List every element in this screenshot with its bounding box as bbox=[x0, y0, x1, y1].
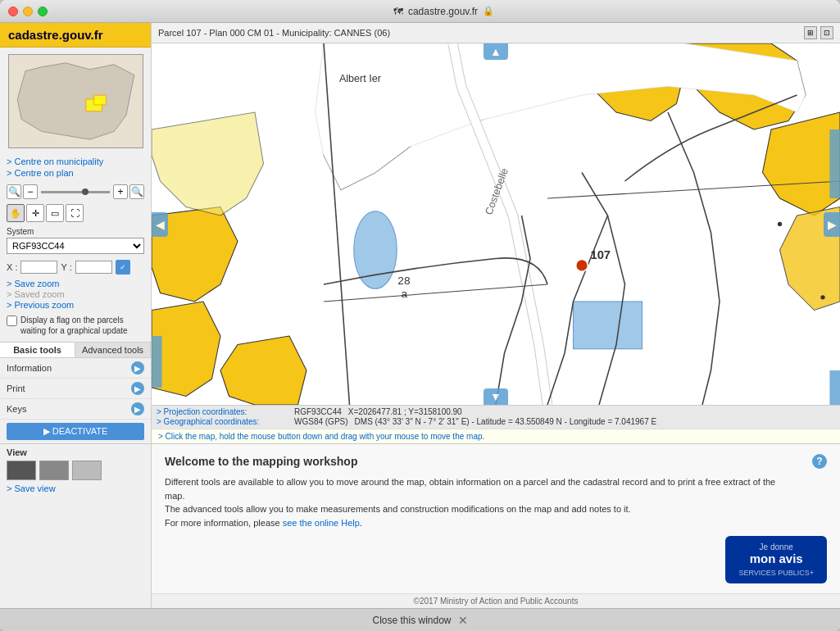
title-bar-center: 🗺 cadastre.gouv.fr 🔒 bbox=[56, 6, 832, 17]
mini-map[interactable] bbox=[8, 54, 143, 148]
view-label: View bbox=[7, 447, 144, 457]
zoom-in-button[interactable]: 🔍 bbox=[129, 184, 144, 199]
keys-tool-arrow: ▶ bbox=[131, 402, 144, 415]
maximize-traffic-light[interactable] bbox=[38, 7, 48, 16]
advanced-tools-tab[interactable]: Advanced tools bbox=[75, 343, 151, 357]
system-label: System bbox=[7, 227, 144, 236]
sidebar-links: > Centre on municipality > Centre on pla… bbox=[0, 155, 151, 181]
map-svg: Costebelle 107 bbox=[152, 43, 840, 405]
svg-text:Albert   Ier: Albert Ier bbox=[339, 73, 381, 84]
save-view-link[interactable]: > Save view bbox=[7, 483, 144, 493]
minimize-traffic-light[interactable] bbox=[23, 7, 33, 16]
y-input[interactable] bbox=[75, 261, 112, 274]
map-area: Parcel 107 - Plan 000 CM 01 - Municipali… bbox=[152, 23, 840, 443]
zoom-plus-button[interactable]: + bbox=[113, 184, 128, 199]
footer-bar: Close this window ✕ bbox=[0, 608, 840, 631]
close-window-label: Close this window bbox=[372, 615, 451, 626]
map-status-bar: > Projection coordinates: RGF93CC44 X=20… bbox=[152, 405, 840, 429]
close-window-button[interactable]: ✕ bbox=[458, 614, 468, 627]
bottom-footer: Je donne mon avis SERVICES PUBLICS+ bbox=[165, 536, 827, 583]
centre-plan-link[interactable]: > Centre on plan bbox=[7, 168, 144, 178]
map-nav-up[interactable]: ▲ bbox=[484, 43, 508, 60]
map-header-icons: ⊞ ⊡ bbox=[804, 26, 833, 39]
zoom-handle bbox=[82, 188, 89, 195]
welcome-line2: The advanced tools allow you to make mea… bbox=[165, 504, 631, 514]
save-zoom-link[interactable]: > Save zoom bbox=[7, 279, 144, 288]
saved-zoom-link: > Saved zoom bbox=[7, 289, 144, 299]
previous-zoom-link[interactable]: > Previous zoom bbox=[7, 300, 144, 310]
flag-checkbox[interactable] bbox=[7, 316, 17, 326]
window-title: cadastre.gouv.fr bbox=[408, 6, 478, 17]
tool-icons-row: ✋ ✛ ▭ ⛶ bbox=[0, 202, 151, 224]
help-link[interactable]: see the online Help bbox=[283, 518, 360, 528]
zoom-out-button[interactable]: 🔍 bbox=[7, 184, 21, 199]
view-section: View > Save view bbox=[0, 443, 151, 498]
bottom-panel: Welcome to the mapping workshop ? Differ… bbox=[152, 443, 840, 593]
coord-ok-button[interactable]: ✓ bbox=[116, 260, 130, 275]
print-tool-item[interactable]: Print ▶ bbox=[0, 379, 151, 399]
svg-rect-31 bbox=[152, 336, 162, 388]
x-label: X : bbox=[7, 262, 17, 272]
svg-text:28: 28 bbox=[397, 275, 410, 287]
information-tool-item[interactable]: Information ▶ bbox=[0, 358, 151, 379]
tools-tabs: Basic tools Advanced tools bbox=[0, 342, 151, 358]
crosshair-tool-button[interactable]: ✛ bbox=[26, 204, 44, 222]
fullscreen-button[interactable]: ⛶ bbox=[66, 204, 84, 222]
sidebar: cadastre.gouv.fr > Centre on municipalit… bbox=[0, 23, 152, 608]
map-header-title: Parcel 107 - Plan 000 CM 01 - Municipali… bbox=[158, 28, 390, 38]
map-icon-1[interactable]: ⊞ bbox=[804, 26, 817, 39]
favicon: 🗺 bbox=[393, 6, 403, 17]
zoom-controls: 🔍 − + 🔍 bbox=[0, 181, 151, 202]
checkbox-row: Display a flag on the parcels waiting fo… bbox=[0, 312, 151, 338]
zoom-links: > Save zoom > Saved zoom > Previous zoom bbox=[0, 277, 151, 312]
map-nav-left[interactable]: ◀ bbox=[152, 212, 168, 237]
feedback-logo: SERVICES PUBLICS+ bbox=[738, 569, 814, 577]
deactivate-button[interactable]: ▶ DEACTIVATE bbox=[7, 423, 144, 440]
keys-tool-label: Keys bbox=[7, 404, 26, 414]
print-tool-arrow: ▶ bbox=[131, 382, 144, 395]
map-container[interactable]: Costebelle 107 bbox=[152, 43, 840, 405]
view-thumb-medium[interactable] bbox=[39, 461, 69, 480]
welcome-header: Welcome to the mapping workshop ? bbox=[165, 454, 827, 469]
x-input[interactable] bbox=[20, 261, 57, 274]
svg-rect-29 bbox=[829, 129, 840, 198]
keys-tool-item[interactable]: Keys ▶ bbox=[0, 399, 151, 420]
system-select[interactable]: RGF93CC44 WGS84 (GPS) Lambert 93 bbox=[7, 238, 144, 254]
close-traffic-light[interactable] bbox=[8, 7, 18, 16]
zoom-minus-button[interactable]: − bbox=[23, 184, 38, 199]
print-tool-label: Print bbox=[7, 384, 25, 393]
geo-system: WGS84 (GPS) bbox=[294, 417, 348, 426]
basic-tools-tab[interactable]: Basic tools bbox=[0, 343, 75, 357]
welcome-line1: Different tools are available to allow y… bbox=[165, 477, 775, 501]
centre-municipality-link[interactable]: > Centre on municipality bbox=[7, 157, 144, 166]
map-nav-right[interactable]: ▶ bbox=[824, 212, 840, 237]
help-icon[interactable]: ? bbox=[812, 454, 827, 469]
logo-text: cadastre.gouv.fr bbox=[8, 28, 103, 42]
svg-rect-12 bbox=[574, 302, 642, 349]
map-hint[interactable]: > Click the map, hold the mouse button d… bbox=[152, 429, 840, 443]
information-tool-label: Information bbox=[7, 363, 52, 373]
map-icon-2[interactable]: ⊡ bbox=[820, 26, 833, 39]
feedback-top-text: Je donne bbox=[760, 542, 793, 552]
hand-tool-button[interactable]: ✋ bbox=[7, 204, 25, 222]
view-thumb-light[interactable] bbox=[72, 461, 102, 480]
rect-select-button[interactable]: ▭ bbox=[46, 204, 64, 222]
information-tool-arrow: ▶ bbox=[131, 361, 144, 375]
copyright-text: ©2017 Ministry of Action and Public Acco… bbox=[414, 597, 579, 606]
svg-text:107: 107 bbox=[591, 248, 611, 261]
map-header: Parcel 107 - Plan 000 CM 01 - Municipali… bbox=[152, 23, 840, 43]
traffic-lights bbox=[8, 7, 48, 16]
geo-row: > Geographical coordinates: WGS84 (GPS) … bbox=[157, 417, 835, 426]
svg-point-27 bbox=[778, 222, 782, 226]
window: 🗺 cadastre.gouv.fr 🔒 cadastre.gouv.fr bbox=[0, 0, 840, 631]
projection-label: > Projection coordinates: bbox=[157, 407, 288, 416]
feedback-button[interactable]: Je donne mon avis SERVICES PUBLICS+ bbox=[725, 536, 827, 583]
geo-value: DMS (43° 33' 3" N - 7° 2' 31" E) - Latit… bbox=[355, 417, 657, 426]
zoom-slider[interactable] bbox=[41, 191, 110, 193]
map-nav-down[interactable]: ▼ bbox=[484, 388, 508, 405]
welcome-line3-pre: For more information, please bbox=[165, 518, 283, 528]
map-hint-text: > Click the map, hold the mouse button d… bbox=[158, 432, 484, 441]
system-section: System RGF93CC44 WGS84 (GPS) Lambert 93 bbox=[0, 224, 151, 257]
copyright-bar: ©2017 Ministry of Action and Public Acco… bbox=[152, 593, 840, 608]
view-thumb-dark[interactable] bbox=[7, 461, 36, 480]
